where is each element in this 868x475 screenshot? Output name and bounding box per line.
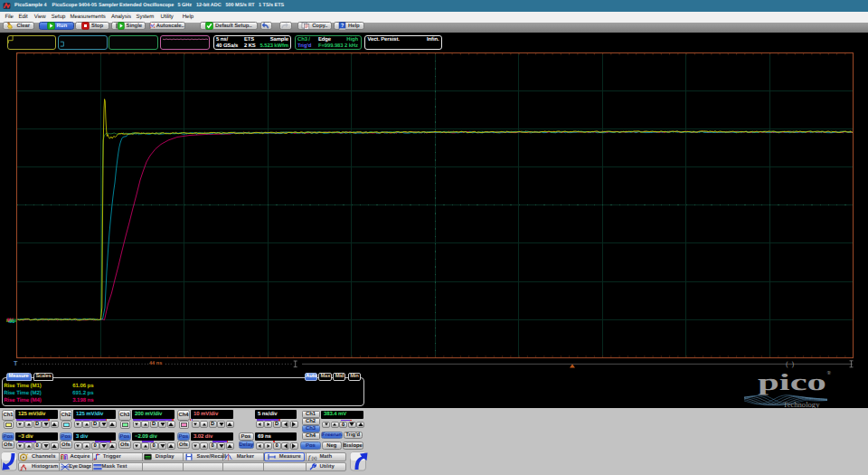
svg-text:M3: M3 [10, 318, 16, 324]
svg-text:pico: pico [758, 369, 826, 395]
svg-text:Technology: Technology [783, 400, 820, 409]
svg-text:(x): (x) [312, 456, 317, 461]
svg-text:®: ® [827, 371, 832, 376]
